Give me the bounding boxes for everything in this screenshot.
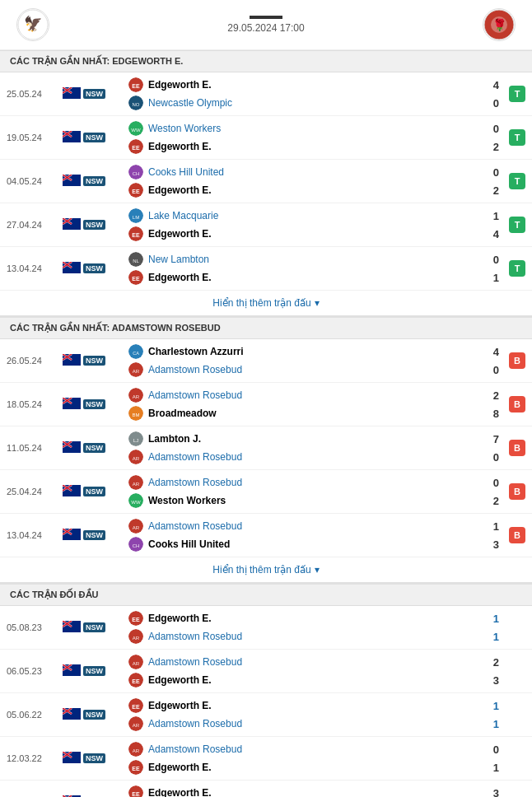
- svg-text:EE: EE: [132, 276, 140, 282]
- svg-text:EE: EE: [132, 189, 140, 194]
- team-score: 1: [483, 631, 499, 643]
- au-flag: [63, 752, 81, 766]
- nsw-badge: NSW: [83, 133, 105, 142]
- league-flag: NSW: [63, 485, 128, 499]
- result-badge: T: [509, 217, 525, 233]
- team-score: 0: [483, 166, 499, 179]
- team-icon: AR: [128, 629, 143, 644]
- team-line: EE Edgeworth E. 3: [128, 784, 502, 797]
- match-date: 13.04.24: [7, 530, 63, 540]
- league-flag: NSW: [63, 398, 128, 412]
- teams-container: NL New Lambton 0 EE Edgeworth E. 1: [128, 250, 502, 287]
- svg-text:EE: EE: [132, 617, 140, 622]
- result-badge: T: [509, 173, 525, 189]
- team-icon: BM: [128, 406, 143, 421]
- team-icon: EE: [128, 760, 143, 775]
- svg-text:EE: EE: [132, 678, 140, 684]
- au-flag: [63, 131, 81, 145]
- au-flag: [63, 441, 81, 455]
- team-icon: CH: [128, 165, 143, 179]
- team-line: AR Adamstown Rosebud 1: [128, 627, 502, 646]
- team-name: Lambton J.: [148, 433, 483, 445]
- team-line: AR Adamstown Rosebud 2: [128, 386, 502, 404]
- team-icon: AR: [128, 362, 143, 377]
- league-flag: NSW: [63, 218, 128, 232]
- team-name: Weston Workers: [148, 123, 483, 134]
- au-flag: [63, 398, 81, 412]
- team-score: 1: [483, 762, 499, 774]
- team-score: 2: [483, 389, 499, 402]
- au-flag: [63, 708, 81, 722]
- league-flag: NSW: [63, 441, 128, 455]
- team-line: AR Adamstown Rosebud 2: [128, 653, 502, 671]
- team-line: EE Edgeworth E. 1: [128, 697, 502, 715]
- svg-text:NL: NL: [133, 259, 139, 263]
- match-date: 29.05.2024 17:00: [227, 22, 304, 34]
- svg-text:AR: AR: [133, 661, 140, 666]
- match-group: 19.05.24 NSW WW Weston Workers 0 EE Edge…: [0, 116, 532, 160]
- team-icon: CA: [128, 344, 143, 359]
- svg-text:🌹: 🌹: [492, 18, 506, 32]
- match-date: 04.05.24: [7, 176, 63, 186]
- teams-container: AR Adamstown Rosebud 2 EE Edgeworth E. 3: [128, 653, 502, 689]
- au-flag: [63, 175, 81, 189]
- team-name: Edgeworth E.: [148, 787, 483, 797]
- teams-container: EE Edgeworth E. 4 NO Newcastle Olympic 0: [128, 76, 502, 112]
- team-icon: EE: [128, 139, 143, 154]
- team-score: 1: [483, 700, 499, 712]
- result-badge: B: [509, 396, 525, 412]
- team-name: Adamstown Rosebud: [148, 477, 483, 488]
- au-flag: [63, 664, 81, 678]
- svg-text:CA: CA: [133, 351, 139, 356]
- match-date: 13.04.24: [7, 263, 63, 273]
- team-score: 3: [483, 787, 499, 798]
- team-icon: WW: [128, 121, 143, 136]
- result-badge: T: [509, 86, 525, 102]
- team-score: 1: [483, 613, 499, 625]
- match-date: 18.05.24: [7, 399, 63, 409]
- au-flag: [63, 87, 81, 101]
- teams-container: CA Charlestown Azzurri 4 AR Adamstown Ro…: [128, 343, 502, 379]
- teams-container: EE Edgeworth E. 3 AR Adamstown Rosebud 0: [128, 784, 502, 797]
- h2h-matches: 05.08.23 NSW EE Edgeworth E. 1 AR Adamst…: [0, 606, 532, 797]
- team-line: NL New Lambton 0: [128, 250, 502, 268]
- teams-container: CH Cooks Hill United 0 EE Edgeworth E. 2: [128, 163, 502, 199]
- nsw-badge: NSW: [83, 89, 105, 99]
- svg-text:WW: WW: [131, 500, 141, 505]
- team-line: EE Edgeworth E. 4: [128, 225, 502, 243]
- svg-text:EE: EE: [132, 145, 140, 151]
- svg-text:LM: LM: [133, 215, 139, 220]
- team-name: Broadmeadow: [148, 408, 483, 419]
- team-line: EE Edgeworth E. 1: [128, 758, 502, 776]
- chevron-down-icon-2: ▾: [315, 564, 320, 576]
- nsw-badge: NSW: [83, 487, 105, 496]
- team-name: Adamstown Rosebud: [148, 743, 483, 755]
- team-icon: LM: [128, 208, 143, 223]
- team-score: 2: [483, 184, 499, 197]
- edgeworth-show-more[interactable]: Hiển thị thêm trận đấu ▾: [0, 291, 532, 315]
- teams-container: AR Adamstown Rosebud 1 CH Cooks Hill Uni…: [128, 517, 502, 553]
- nsw-badge: NSW: [83, 710, 105, 720]
- team-line: NO Newcastle Olympic 0: [128, 94, 502, 112]
- section-adamstown-header: CÁC TRẬN GẦN NHẤT: ADAMSTOWN ROSEBUD: [0, 315, 532, 339]
- adamstown-matches: 26.05.24 NSW CA Charlestown Azzurri 4 AR…: [0, 339, 532, 557]
- svg-text:AR: AR: [133, 482, 140, 487]
- team-icon: AR: [128, 388, 143, 403]
- chevron-down-icon: ▾: [315, 297, 320, 309]
- team-line: EE Edgeworth E. 2: [128, 181, 502, 199]
- match-group: 13.04.24 NSW NL New Lambton 0 EE Edgewor…: [0, 247, 532, 291]
- team-name: Adamstown Rosebud: [148, 451, 483, 463]
- team-icon: EE: [128, 611, 143, 626]
- team-score: 0: [483, 364, 499, 376]
- league-flag: NSW: [63, 354, 128, 368]
- team-line: CH Cooks Hill United 0: [128, 163, 502, 181]
- match-group: 05.08.23 NSW EE Edgeworth E. 1 AR Adamst…: [0, 606, 532, 650]
- result-badge: B: [509, 352, 525, 369]
- nsw-badge: NSW: [83, 220, 105, 230]
- adamstown-show-more[interactable]: Hiển thị thêm trận đấu ▾: [0, 557, 532, 582]
- team-line: EE Edgeworth E. 1: [128, 268, 502, 287]
- team-score: 8: [483, 408, 499, 420]
- league-flag: NSW: [63, 262, 128, 276]
- team-line: AR Adamstown Rosebud 0: [128, 448, 502, 466]
- match-group: 25.05.24 NSW EE Edgeworth E. 4 NO Newcas…: [0, 72, 532, 116]
